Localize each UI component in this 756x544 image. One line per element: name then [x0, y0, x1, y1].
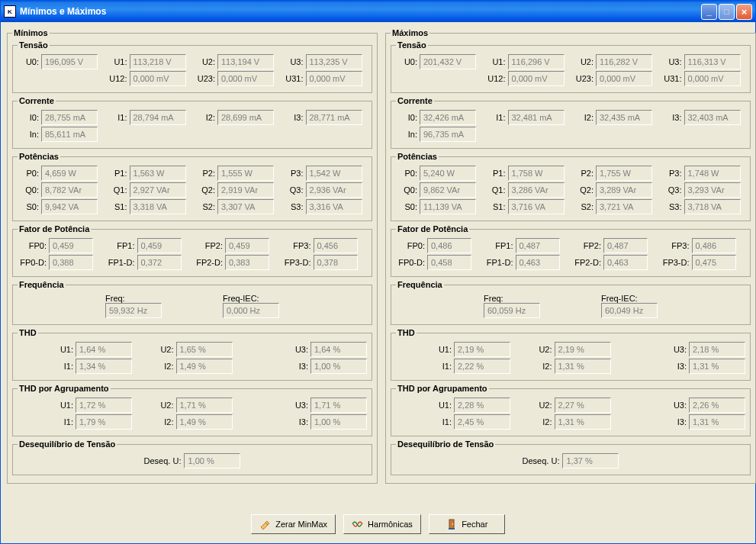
- fechar-button[interactable]: Fechar: [429, 514, 505, 534]
- lbl-desequ: Deseq. U:: [144, 456, 182, 465]
- min-fp0: 0,459: [49, 238, 93, 253]
- lbl-p0: P0:: [396, 169, 417, 178]
- min-q3: 2,936 VAr: [306, 182, 362, 198]
- max-fp3: 0,486: [692, 238, 736, 253]
- lbl-u12: U12:: [484, 74, 506, 83]
- lbl-thda-u1: U1:: [430, 401, 452, 410]
- lbl-thda-i2: I2:: [531, 417, 552, 427]
- max-fp0d: 0,458: [427, 255, 471, 270]
- lbl-u2: U2:: [572, 57, 594, 66]
- lbl-i3: I3:: [661, 113, 682, 122]
- lbl-u23: U23:: [572, 74, 594, 83]
- lbl-thda-u3: U3:: [665, 401, 687, 410]
- min-fp-group: Fator de Potência FP0:0,459 FP1:0,459 FP…: [12, 224, 372, 277]
- min-u1: 113,218 V: [130, 54, 186, 69]
- window: K Mínimos e Máximos _ □ × Mínimos Tensão…: [0, 0, 756, 544]
- lbl-thda-i1: I1:: [430, 417, 452, 427]
- lbl-fp1: FP1:: [106, 241, 135, 250]
- max-p1: 1,758 W: [508, 166, 565, 181]
- max-u0: 201,432 V: [420, 54, 476, 69]
- lbl-fp3: FP3:: [282, 241, 311, 250]
- maximos-column: Máximos Tensão U0:201,432 V U1:116,296 V…: [385, 28, 756, 508]
- max-s0: 11,139 VA: [420, 199, 476, 214]
- min-thd-i1: 1,34 %: [76, 359, 132, 374]
- lbl-fp3d: FP3-D:: [282, 258, 311, 267]
- lbl-q2: Q2:: [194, 185, 215, 195]
- lbl-fp2d: FP2-D:: [572, 258, 601, 267]
- max-fp0: 0,486: [427, 238, 471, 253]
- max-corrente-legend: Corrente: [396, 96, 434, 105]
- max-thd-i2: 1,31 %: [555, 359, 611, 374]
- lbl-thd-i1: I1:: [52, 362, 73, 371]
- svg-point-2: [452, 523, 454, 525]
- min-s2: 3,307 VA: [217, 199, 274, 214]
- lbl-thd-i1: I1:: [430, 362, 452, 371]
- min-fp1d: 0,372: [137, 255, 182, 270]
- min-p3: 1,542 W: [306, 166, 362, 181]
- zerar-minmax-button[interactable]: Zerar MinMax: [251, 514, 336, 534]
- lbl-thd-u3: U3:: [287, 345, 308, 354]
- lbl-fp2d: FP2-D:: [194, 258, 223, 267]
- max-potencias-legend: Potências: [396, 152, 439, 161]
- lbl-fp2: FP2:: [572, 241, 601, 250]
- min-s1: 3,318 VA: [130, 199, 186, 214]
- lbl-fp2: FP2:: [194, 241, 223, 250]
- min-in: 85,611 mA: [41, 127, 98, 142]
- minimos-group: Mínimos Tensão U0:196,095 V U1:113,218 V…: [7, 28, 378, 484]
- lbl-thda-i1: I1:: [52, 417, 73, 427]
- min-thd-u2: 1,65 %: [176, 342, 233, 357]
- max-thda-i1: 2,45 %: [454, 414, 510, 430]
- harmonicas-button[interactable]: Harmônicas: [343, 514, 421, 534]
- lbl-fp1d: FP1-D:: [484, 258, 513, 267]
- lbl-freqiec: Freq-IEC:: [601, 294, 638, 303]
- lbl-fp1d: FP1-D:: [106, 258, 135, 267]
- min-fp3: 0,456: [314, 238, 358, 253]
- min-thd-u1: 1,64 %: [76, 342, 132, 357]
- max-u23: 0,000 mV: [596, 71, 652, 86]
- max-deseq-u: 1,37 %: [562, 453, 619, 468]
- lbl-i0: I0:: [18, 113, 39, 122]
- lbl-fp1: FP1:: [484, 241, 513, 250]
- lbl-u1: U1:: [484, 57, 506, 66]
- lbl-s1: S1:: [484, 202, 506, 211]
- min-fp0d: 0,388: [49, 255, 93, 270]
- lbl-q3: Q3:: [282, 185, 304, 195]
- min-i0: 28,755 mA: [41, 110, 98, 125]
- min-thd-i3: 1,00 %: [310, 359, 367, 374]
- min-thda-i1: 1,79 %: [76, 414, 132, 430]
- lbl-s1: S1:: [106, 202, 127, 211]
- max-deseq-group: Desequilíbrio de Tensão Deseq. U: 1,37 %: [391, 439, 751, 475]
- max-freqiec: 60,049 Hz: [601, 303, 658, 318]
- lbl-thd-u1: U1:: [430, 345, 452, 354]
- min-potencias-group: Potências P0:4,659 W P1:1,563 W P2:1,555…: [12, 152, 372, 221]
- min-fp1: 0,459: [137, 238, 182, 253]
- max-thda-i2: 1,31 %: [555, 414, 611, 430]
- max-q0: 9,862 VAr: [420, 182, 476, 198]
- lbl-desequ: Deseq. U:: [523, 456, 560, 465]
- lbl-s0: S0:: [18, 202, 39, 211]
- max-q2: 3,289 VAr: [596, 182, 652, 198]
- max-s2: 3,721 VA: [596, 199, 652, 214]
- max-p0: 5,240 W: [420, 166, 476, 181]
- max-thd-u1: 2,19 %: [454, 342, 510, 357]
- lbl-fp0d: FP0-D:: [396, 258, 425, 267]
- min-thda-i2: 1,49 %: [176, 414, 233, 430]
- lbl-thd-i2: I2:: [153, 362, 174, 371]
- close-button[interactable]: ×: [736, 4, 752, 20]
- lbl-q1: Q1:: [484, 185, 506, 195]
- min-thd-legend: THD: [18, 328, 38, 337]
- max-freq-legend: Frequência: [396, 280, 444, 289]
- max-p3: 1,748 W: [684, 166, 741, 181]
- minimize-button[interactable]: _: [701, 4, 717, 20]
- min-freq-group: Frequência Freq:59,932 Hz Freq-IEC:0,000…: [12, 280, 372, 325]
- lbl-in: In:: [18, 130, 39, 139]
- lbl-thd-u2: U2:: [531, 345, 552, 354]
- max-thda-group: THD por Agrupamento U1:2,28 % U2:2,27 % …: [391, 384, 751, 436]
- lbl-thd-u1: U1:: [52, 345, 73, 354]
- max-fp-group: Fator de Potência FP0:0,486 FP1:0,487 FP…: [391, 224, 751, 277]
- lbl-i2: I2:: [572, 113, 594, 122]
- lbl-thd-u3: U3:: [665, 345, 687, 354]
- max-i1: 32,481 mA: [508, 110, 565, 125]
- maximize-button[interactable]: □: [719, 4, 735, 20]
- lbl-s3: S3:: [282, 202, 304, 211]
